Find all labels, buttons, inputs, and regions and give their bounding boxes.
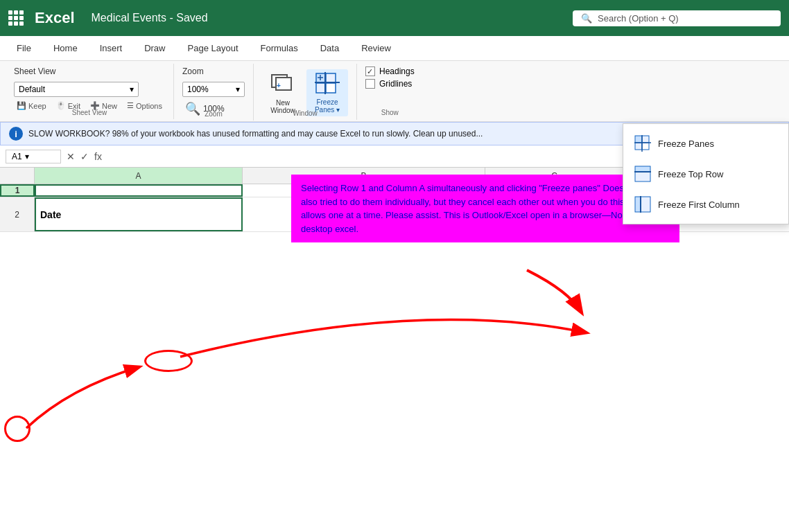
svg-rect-4 — [326, 73, 336, 83]
sheet-view-section-label: Sheet View — [72, 109, 107, 116]
svg-rect-11 — [635, 136, 642, 143]
gridlines-label: Gridlines — [379, 79, 412, 89]
gridlines-checkbox[interactable] — [365, 79, 375, 89]
tab-file[interactable]: File — [6, 37, 42, 59]
annotation-box: Selecting Row 1 and Column A simultaneou… — [291, 175, 679, 242]
cell-a2[interactable]: Date — [35, 197, 243, 231]
tab-draw[interactable]: Draw — [133, 37, 176, 59]
show-section: Headings Gridlines Show — [357, 64, 423, 119]
svg-rect-6 — [326, 83, 336, 93]
notification-text: SLOW WORKBOOK? 98% of your workbook has … — [28, 129, 483, 139]
svg-rect-12 — [642, 136, 649, 143]
tab-insert[interactable]: Insert — [89, 37, 134, 59]
top-bar: Excel Medical Events - Saved 🔍 Search (O… — [0, 0, 789, 36]
keep-icon: 💾 — [17, 101, 26, 110]
svg-rect-17 — [635, 166, 650, 172]
app-name: Excel — [35, 9, 75, 27]
zoom-dropdown[interactable]: 100% ▾ — [182, 82, 245, 97]
chevron-down-icon: ▾ — [130, 85, 134, 94]
freeze-top-row-label: Freeze Top Row — [658, 169, 723, 179]
sheet-view-section: Sheet View Default ▾ 💾 Keep 🖱️ Exit ➕ Ne… — [6, 64, 174, 119]
window-section: + NewWindow — [254, 64, 357, 120]
tab-review[interactable]: Review — [350, 37, 402, 59]
new-window-icon: + — [270, 72, 295, 98]
column-a-circle — [144, 350, 193, 372]
keep-label: Keep — [28, 102, 46, 110]
zoom-section-label: Zoom — [205, 110, 223, 118]
zoom-row1: Zoom — [182, 66, 204, 79]
row-num-2: 2 — [0, 197, 35, 231]
info-icon: i — [9, 127, 23, 141]
svg-rect-21 — [641, 197, 650, 212]
row-1-circle — [4, 416, 31, 442]
cell-reference[interactable]: A1 ▾ — [6, 150, 61, 163]
fx-icon: fx — [94, 151, 102, 162]
svg-rect-14 — [642, 143, 649, 150]
tab-formulas[interactable]: Formulas — [250, 37, 309, 59]
exit-icon: 🖱️ — [56, 101, 66, 110]
sheet-view-row1: Sheet View — [14, 66, 56, 79]
headings-row: Headings — [365, 66, 415, 76]
svg-rect-18 — [635, 172, 650, 181]
cancel-icon[interactable]: ✕ — [67, 151, 75, 162]
corner-cell — [0, 168, 35, 184]
search-icon: 🔍 — [581, 13, 592, 24]
freeze-top-row-icon — [634, 166, 651, 182]
headings-label: Headings — [379, 66, 415, 76]
zoom-100-icon: 🔍 — [185, 101, 200, 116]
freeze-panes-icon — [315, 72, 340, 97]
chevron-cell-icon: ▾ — [25, 152, 29, 161]
sheet-view-dropdown[interactable]: Default ▾ — [14, 82, 139, 97]
svg-rect-20 — [635, 197, 641, 212]
cell-ref-value: A1 — [12, 152, 22, 161]
window-section-label: Window — [293, 109, 318, 117]
freeze-first-column-label: Freeze First Column — [658, 200, 740, 210]
sheet-view-value: Default — [19, 85, 45, 94]
zoom-section: Zoom 100% ▾ 🔍 100% Zoom — [174, 64, 254, 121]
show-section-label: Show — [381, 109, 399, 116]
headings-checkbox[interactable] — [365, 66, 375, 76]
freeze-panes-label: FreezePanes ▾ — [315, 98, 340, 114]
tab-data[interactable]: Data — [309, 37, 350, 59]
search-bar[interactable]: 🔍 Search (Option + Q) — [573, 10, 781, 26]
zoom-row2: 100% ▾ — [182, 82, 245, 97]
search-placeholder: Search (Option + Q) — [598, 13, 679, 24]
confirm-icon[interactable]: ✓ — [80, 151, 89, 162]
options-button[interactable]: ☰ Options — [124, 100, 165, 112]
sheet-view-label: Sheet View — [14, 66, 56, 76]
freeze-panes-menu-item[interactable]: Freeze Panes — [623, 128, 788, 159]
keep-button[interactable]: 💾 Keep — [14, 100, 49, 112]
gridlines-row: Gridlines — [365, 79, 412, 89]
svg-rect-3 — [316, 73, 326, 83]
cell-a1[interactable] — [35, 184, 243, 197]
svg-rect-13 — [635, 143, 642, 150]
zoom-value: 100% — [187, 85, 209, 94]
annotation-text: Selecting Row 1 and Column A simultaneou… — [301, 183, 666, 234]
tab-page-layout[interactable]: Page Layout — [177, 37, 250, 59]
ribbon-tabs: File Home Insert Draw Page Layout Formul… — [0, 36, 789, 61]
freeze-first-column-menu-item[interactable]: Freeze First Column — [623, 189, 788, 220]
options-label: Options — [136, 102, 162, 110]
tab-home[interactable]: Home — [42, 37, 89, 59]
zoom-label: Zoom — [182, 66, 204, 76]
row-num-1: 1 — [0, 184, 35, 197]
freeze-dropdown: Freeze Panes Freeze Top Row Freeze First… — [623, 123, 789, 224]
sheet-view-row2: Default ▾ — [14, 82, 139, 97]
svg-text:+: + — [277, 82, 281, 89]
freeze-panes-menu-icon — [634, 135, 651, 152]
doc-title: Medical Events - Saved — [92, 12, 208, 24]
freeze-panes-menu-label: Freeze Panes — [658, 139, 714, 149]
freeze-first-column-icon — [634, 196, 651, 213]
svg-rect-5 — [316, 83, 326, 93]
chevron-zoom-icon: ▾ — [236, 85, 240, 94]
new-window-label: NewWindow — [270, 99, 295, 114]
freeze-top-row-menu-item[interactable]: Freeze Top Row — [623, 159, 788, 189]
col-header-a: A — [35, 168, 243, 184]
ribbon: Sheet View Default ▾ 💾 Keep 🖱️ Exit ➕ Ne… — [0, 61, 789, 122]
options-icon: ☰ — [127, 101, 134, 110]
waffle-icon[interactable] — [8, 10, 24, 26]
